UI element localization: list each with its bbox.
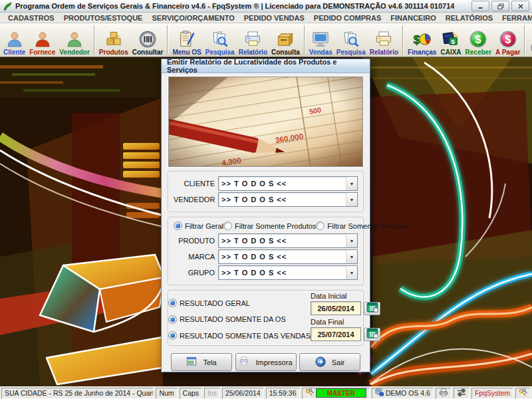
chevron-down-icon[interactable]: ▼ <box>346 250 357 263</box>
vendedor-combo[interactable]: >> T O D O S << ▼ <box>218 192 358 207</box>
toolbar-separator <box>94 25 95 55</box>
toolbar-label: Receber <box>466 49 491 56</box>
dialog-title: Emitir Relatório de Lucratividade dos Pr… <box>167 58 364 74</box>
radio-resultado-somente-os[interactable]: RESULTADO SOMENTE DA OS <box>168 315 311 324</box>
status-time: 15:59:36 <box>266 388 300 399</box>
produto-label: PRODUTO <box>174 237 215 245</box>
radio-icon <box>168 315 177 324</box>
toolbar-label: Pesquisa <box>336 49 366 56</box>
clipboard-pen-icon <box>178 30 196 49</box>
keys-icon <box>305 388 314 398</box>
button-label: Sair <box>332 358 345 366</box>
toolbar-separator <box>304 25 305 55</box>
toolbar-cliente[interactable]: Cliente <box>1 23 27 57</box>
menu-pedido-vendas[interactable]: PEDIDO VENDAS <box>239 14 309 22</box>
toolbar-consulta[interactable]: Consulta <box>269 23 302 57</box>
radio-icon <box>316 221 325 230</box>
radio-filtrar-geral[interactable]: Filtrar Geral <box>174 221 223 230</box>
sair-button[interactable]: Sair <box>299 353 360 371</box>
radio-filtrar-somente-servicos[interactable]: Filtrar Somente Serviços <box>316 221 407 230</box>
combo-value: >> T O D O S << <box>219 253 346 261</box>
calendar-icon <box>366 302 378 315</box>
toolbar-vendas[interactable]: Vendas <box>307 23 334 57</box>
toolbar-moeda[interactable]: $ <box>527 23 532 57</box>
radio-label: Filtrar Somente Produtos <box>235 222 316 230</box>
toolbar-label: Consulta <box>271 49 300 56</box>
status-num-text: Num <box>159 389 174 397</box>
toolbar-relatorio-os[interactable]: Relatório <box>237 23 269 57</box>
toolbar-relatorio-vendas[interactable]: Relatório <box>368 23 400 57</box>
status-network <box>454 388 469 399</box>
toolbar-vendedor[interactable]: Vendedor <box>57 23 92 57</box>
data-inicial-field[interactable] <box>311 301 361 315</box>
toolbar-consultar[interactable]: Consultar <box>130 23 166 57</box>
marca-combo[interactable]: >> T O D O S << ▼ <box>218 249 358 264</box>
monitor-icon <box>311 30 330 49</box>
status-city-text: SUA CIDADE - RS 25 de Junho de 2014 - Qu… <box>5 389 154 397</box>
app-logo-icon <box>3 1 13 11</box>
toolbar-label: Relatório <box>370 49 398 56</box>
toolbar-label: Menu OS <box>172 49 201 56</box>
restore-button[interactable] <box>491 1 509 11</box>
toolbar-label: Finanças <box>408 49 436 56</box>
chevron-down-icon[interactable]: ▼ <box>346 193 357 206</box>
toolbar-separator <box>167 25 168 55</box>
toolbar-caixa[interactable]: $ CAIXA <box>438 23 463 57</box>
data-inicial-calendar-button[interactable] <box>364 302 380 315</box>
app-window: Programa Ordem de Serviços Gerais & Fina… <box>0 0 532 399</box>
produto-combo[interactable]: >> T O D O S << ▼ <box>218 233 358 248</box>
radio-resultado-geral[interactable]: RESULTADO GERAL <box>168 299 311 307</box>
menu-relatorios[interactable]: RELATÓRIOS <box>441 14 497 22</box>
menu-servico-orcamento[interactable]: SERVIÇO/ORÇAMENTO <box>147 14 239 22</box>
dollar-sphere-red-icon: $ <box>499 30 517 49</box>
status-brand: FpqSystem <box>471 388 513 399</box>
data-final-calendar-button[interactable] <box>364 328 380 341</box>
toolbar-pesquisa-vendas[interactable]: Pesquisa <box>334 23 368 57</box>
radio-label: RESULTADO GERAL <box>180 299 250 307</box>
menu-pedido-compras[interactable]: PEDIDO COMPRAS <box>309 14 386 22</box>
status-caps-lock: Caps <box>180 388 203 399</box>
status-time-text: 15:59:36 <box>269 389 297 397</box>
dialog-titlebar[interactable]: Emitir Relatório de Lucratividade dos Pr… <box>162 59 370 73</box>
menu-financeiro[interactable]: FINANCEIRO <box>386 14 440 22</box>
radio-filtrar-somente-produtos[interactable]: Filtrar Somente Produtos <box>223 221 316 230</box>
menu-produtos-estoque[interactable]: PRODUTOS/ESTOQUE <box>59 14 148 22</box>
status-keys <box>515 388 531 399</box>
network-sliders-icon <box>457 388 466 398</box>
radio-label: Filtrar Geral <box>185 222 223 230</box>
status-demo-version: DEMO OS 4.6 <box>372 388 434 399</box>
impressora-button[interactable]: Impressora <box>235 353 297 371</box>
printer-icon <box>374 30 393 49</box>
data-final-field[interactable] <box>311 327 361 341</box>
cliente-combo[interactable]: >> T O D O S << ▼ <box>218 176 358 191</box>
toolbar-separator <box>524 25 525 55</box>
toolbar-receber[interactable]: $ Receber <box>464 23 493 57</box>
radio-resultado-somente-vendas[interactable]: RESULTADO SOMENTE DAS VENDAS <box>168 331 311 340</box>
chevron-down-icon[interactable]: ▼ <box>346 177 357 190</box>
menu-ferramentas[interactable]: FERRAMENTAS <box>497 14 532 22</box>
toolbar-pesquisa-os[interactable]: Pesquisa <box>203 23 237 57</box>
button-label: Impressora <box>255 358 292 366</box>
cash-book-icon: $ <box>442 30 460 49</box>
toolbar-label: Relatório <box>239 49 267 56</box>
toolbar-fornece[interactable]: Fornece <box>27 23 57 57</box>
window-screen-icon <box>186 356 197 368</box>
combo-value: >> T O D O S << <box>219 269 346 277</box>
chevron-down-icon[interactable]: ▼ <box>346 266 357 279</box>
toolbar-menu-os[interactable]: Menu OS <box>170 23 203 57</box>
status-brand-text: FpqSystem <box>475 389 510 397</box>
minimize-button[interactable] <box>471 1 489 11</box>
grupo-combo[interactable]: >> T O D O S << ▼ <box>218 265 358 280</box>
chevron-down-icon[interactable]: ▼ <box>346 234 357 247</box>
toolbar-a-pagar[interactable]: $ A Pagar <box>493 23 522 57</box>
computer-icon <box>375 388 384 398</box>
barcode-icon <box>138 30 157 49</box>
close-button[interactable] <box>511 1 529 11</box>
toolbar-produtos[interactable]: Produtos <box>97 23 130 57</box>
tela-button[interactable]: Tela <box>171 353 232 371</box>
toolbar-financas[interactable]: $ Finanças <box>406 23 438 57</box>
desktop-background: Emitir Relatório de Lucratividade dos Pr… <box>0 57 532 386</box>
toolbar-separator <box>402 25 404 55</box>
menu-cadastros[interactable]: CADASTROS <box>3 14 59 22</box>
group-produto-filtros: Filtrar Geral Filtrar Somente Produtos F… <box>168 217 364 285</box>
